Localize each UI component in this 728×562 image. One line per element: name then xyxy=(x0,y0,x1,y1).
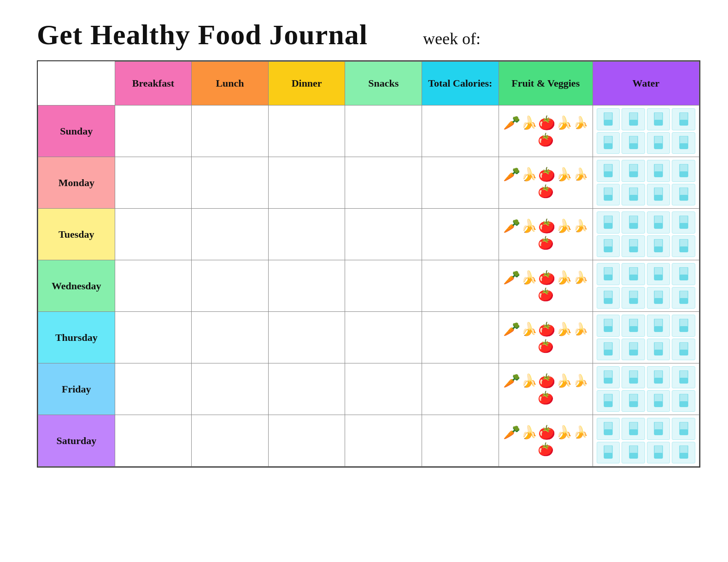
meal-cell[interactable] xyxy=(192,415,269,467)
fv-cell-monday: 🥕 🍌 🍅 🍌 🍌 🍅 xyxy=(499,157,593,209)
tomato-icon: 🍅 xyxy=(538,166,555,183)
meal-cell[interactable] xyxy=(115,260,192,312)
meal-cell[interactable] xyxy=(422,157,499,209)
water-glass[interactable] xyxy=(672,315,695,337)
water-glass[interactable] xyxy=(672,442,695,464)
meal-cell[interactable] xyxy=(192,209,269,260)
meal-cell[interactable] xyxy=(268,415,345,467)
meal-cell[interactable] xyxy=(345,363,422,415)
water-glass[interactable] xyxy=(622,108,645,130)
water-glass[interactable] xyxy=(597,287,620,309)
water-glass[interactable] xyxy=(647,132,670,154)
water-glass[interactable] xyxy=(647,339,670,361)
water-glass[interactable] xyxy=(672,160,695,182)
water-glass[interactable] xyxy=(647,390,670,412)
meal-cell[interactable] xyxy=(345,415,422,467)
glass-icon xyxy=(628,422,639,436)
water-glass[interactable] xyxy=(622,160,645,182)
water-glass[interactable] xyxy=(647,160,670,182)
water-glass[interactable] xyxy=(672,211,695,234)
water-glass[interactable] xyxy=(597,132,620,154)
meal-cell[interactable] xyxy=(268,312,345,363)
water-glass[interactable] xyxy=(672,263,695,285)
water-glass[interactable] xyxy=(622,211,645,234)
meal-cell[interactable] xyxy=(192,363,269,415)
water-glass[interactable] xyxy=(622,339,645,361)
meal-cell[interactable] xyxy=(345,105,422,157)
banana2-icon: 🍌 xyxy=(556,425,572,440)
water-glass[interactable] xyxy=(647,235,670,258)
svg-rect-39 xyxy=(680,223,688,228)
meal-cell[interactable] xyxy=(422,105,499,157)
meal-cell[interactable] xyxy=(268,209,345,260)
meal-cell[interactable] xyxy=(192,105,269,157)
meal-cell[interactable] xyxy=(345,260,422,312)
water-glass[interactable] xyxy=(597,442,620,464)
water-glass[interactable] xyxy=(597,418,620,440)
meal-cell[interactable] xyxy=(192,157,269,209)
water-glass[interactable] xyxy=(597,339,620,361)
meal-cell[interactable] xyxy=(268,363,345,415)
water-glass[interactable] xyxy=(647,287,670,309)
water-glass[interactable] xyxy=(597,108,620,130)
meal-cell[interactable] xyxy=(268,105,345,157)
water-glass[interactable] xyxy=(647,263,670,285)
water-glass[interactable] xyxy=(597,366,620,388)
water-glass[interactable] xyxy=(647,366,670,388)
water-glass[interactable] xyxy=(597,315,620,337)
water-glass[interactable] xyxy=(647,184,670,206)
water-glass[interactable] xyxy=(647,418,670,440)
water-glass[interactable] xyxy=(622,184,645,206)
water-glass[interactable] xyxy=(622,132,645,154)
meal-cell[interactable] xyxy=(115,105,192,157)
meal-cell[interactable] xyxy=(422,209,499,260)
meal-cell[interactable] xyxy=(268,260,345,312)
meal-cell[interactable] xyxy=(268,157,345,209)
tomato2-icon: 🍅 xyxy=(538,287,554,303)
water-glass[interactable] xyxy=(622,366,645,388)
meal-cell[interactable] xyxy=(115,157,192,209)
water-glass[interactable] xyxy=(622,287,645,309)
water-glass[interactable] xyxy=(622,442,645,464)
water-glass[interactable] xyxy=(647,108,670,130)
water-glass[interactable] xyxy=(672,287,695,309)
meal-cell[interactable] xyxy=(422,260,499,312)
meal-cell[interactable] xyxy=(115,209,192,260)
meal-cell[interactable] xyxy=(115,415,192,467)
water-glass[interactable] xyxy=(672,390,695,412)
water-glass[interactable] xyxy=(647,315,670,337)
water-glass[interactable] xyxy=(647,211,670,234)
water-glass[interactable] xyxy=(672,184,695,206)
water-glass[interactable] xyxy=(597,235,620,258)
meal-cell[interactable] xyxy=(192,260,269,312)
meal-cell[interactable] xyxy=(192,312,269,363)
water-glass[interactable] xyxy=(647,442,670,464)
glass-icon xyxy=(653,422,663,436)
meal-cell[interactable] xyxy=(345,157,422,209)
water-glass[interactable] xyxy=(622,263,645,285)
water-glass[interactable] xyxy=(622,235,645,258)
meal-cell[interactable] xyxy=(422,363,499,415)
meal-cell[interactable] xyxy=(115,312,192,363)
lunch-header: Lunch xyxy=(192,62,269,105)
water-glass[interactable] xyxy=(622,390,645,412)
meal-cell[interactable] xyxy=(345,312,422,363)
meal-cell[interactable] xyxy=(115,363,192,415)
water-glass[interactable] xyxy=(672,132,695,154)
water-glass[interactable] xyxy=(597,160,620,182)
water-glass[interactable] xyxy=(622,315,645,337)
water-glass[interactable] xyxy=(672,366,695,388)
water-glass[interactable] xyxy=(672,108,695,130)
svg-rect-103 xyxy=(680,429,688,435)
water-glass[interactable] xyxy=(672,235,695,258)
meal-cell[interactable] xyxy=(422,312,499,363)
water-glass[interactable] xyxy=(672,339,695,361)
water-glass[interactable] xyxy=(597,263,620,285)
water-glass[interactable] xyxy=(597,211,620,234)
water-glass[interactable] xyxy=(597,390,620,412)
water-glass[interactable] xyxy=(597,184,620,206)
water-glass[interactable] xyxy=(622,418,645,440)
meal-cell[interactable] xyxy=(422,415,499,467)
water-glass[interactable] xyxy=(672,418,695,440)
meal-cell[interactable] xyxy=(345,209,422,260)
